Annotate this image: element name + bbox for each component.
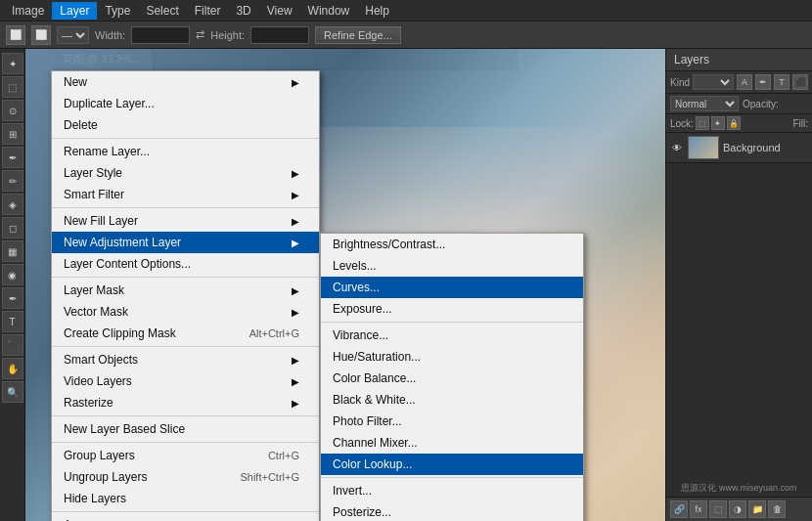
adj-invert[interactable]: Invert... [321,480,583,501]
tool-icon-1[interactable]: ⬜ [6,25,25,45]
menu-item-rasterize[interactable]: Rasterize ▶ [52,392,319,413]
arrow-icon-8: ▶ [292,355,299,366]
menu-item-video-layers[interactable]: Video Layers ▶ [52,370,319,392]
adj-posterize[interactable]: Posterize... [321,501,583,521]
adj-levels[interactable]: Levels... [321,255,583,277]
arrow-icon-7: ▶ [292,307,299,318]
adj-curves[interactable]: Curves... [321,277,583,298]
width-input[interactable] [131,26,190,44]
adj-color-balance[interactable]: Color Balance... [321,368,583,389]
layers-panel-toolbar: Kind A ✒ T ⬛ [666,71,812,94]
layer-name: Background [723,142,781,153]
adj-color-lookup[interactable]: Color Lookup... [321,454,583,475]
tool-icon-2[interactable]: ⬜ [31,25,51,45]
link-icon[interactable]: 🔗 [670,500,688,518]
mask-icon[interactable]: ⬚ [709,500,727,518]
menu-type[interactable]: Type [97,2,138,20]
menu-item-clipping-mask[interactable]: Create Clipping Mask Alt+Ctrl+G [52,323,319,344]
menu-item-new-fill-layer[interactable]: New Fill Layer ▶ [52,210,319,232]
menu-item-ungroup-layers[interactable]: Ungroup Layers Shift+Ctrl+G [52,466,319,488]
zoom-tool[interactable]: 🔍 [2,381,23,403]
panel-icon-t[interactable]: T [774,74,789,90]
menu-item-smart-objects[interactable]: Smart Objects ▶ [52,349,319,370]
menu-item-vector-mask[interactable]: Vector Mask ▶ [52,301,319,323]
menu-item-new[interactable]: New ▶ [52,71,319,93]
eyedropper-tool[interactable]: ✒ [2,147,23,168]
crop-tool[interactable]: ⊞ [2,123,23,145]
lasso-tool[interactable]: ⊙ [2,100,23,121]
arrow-icon-10: ▶ [292,398,299,409]
layer-menu-popup: New ▶ Duplicate Layer... Delete Rename L… [51,70,320,521]
lock-all-icon[interactable]: 🔒 [727,116,741,130]
menu-filter[interactable]: Filter [187,2,229,20]
menu-item-layer-content-options[interactable]: Layer Content Options... [52,253,319,275]
menu-item-new-adjustment-layer[interactable]: New Adjustment Layer ▶ [52,232,319,253]
height-input[interactable] [250,26,309,44]
move-tool[interactable]: ✦ [2,53,23,74]
menu-image[interactable]: Image [4,2,52,20]
menu-help[interactable]: Help [357,2,397,20]
menu-item-smart-filter[interactable]: Smart Filter ▶ [52,184,319,205]
panel-icon-a[interactable]: A [737,74,752,90]
adj-black-white[interactable]: Black & White... [321,389,583,411]
adj-exposure[interactable]: Exposure... [321,298,583,320]
layer-thumbnail [688,136,719,159]
select-tool[interactable]: ⬚ [2,76,23,98]
adj-channel-mixer[interactable]: Channel Mixer... [321,432,583,454]
menu-item-layer-style[interactable]: Layer Style ▶ [52,162,319,184]
eraser-tool[interactable]: ◻ [2,217,23,239]
menu-item-delete[interactable]: Delete [52,114,319,136]
gradient-tool[interactable]: ▦ [2,240,23,262]
refine-edge-button[interactable]: Refine Edge... [315,26,401,44]
eye-icon[interactable]: 👁 [670,141,684,154]
arrow-icon-6: ▶ [292,285,299,296]
adj-photo-filter[interactable]: Photo Filter... [321,411,583,432]
shape-tool[interactable]: ⬛ [2,334,23,356]
watermark-panel: 思源汉化 www.miseyuan.com [666,480,812,497]
folder-icon[interactable]: 📁 [748,500,766,518]
background-layer-item[interactable]: 👁 Background [666,133,812,163]
opacity-label: Opacity: [743,99,779,109]
height-label: Height: [210,29,245,41]
lock-move-icon[interactable]: ✦ [711,116,725,130]
adj-hue-saturation[interactable]: Hue/Saturation... [321,346,583,368]
trash-icon[interactable]: 🗑 [768,500,786,518]
layers-panel: Layers Kind A ✒ T ⬛ Normal Opacity: Lock… [665,49,812,521]
menu-item-arrange[interactable]: Arrange ▶ [52,514,319,521]
separator-6 [52,442,319,443]
text-tool[interactable]: T [2,311,23,332]
menu-item-group-layers[interactable]: Group Layers Ctrl+G [52,445,319,466]
menu-item-layer-mask[interactable]: Layer Mask ▶ [52,280,319,301]
separator-3 [52,277,319,278]
main-area: ✦ ⬚ ⊙ ⊞ ✒ ✏ ◈ ◻ ▦ ◉ ✒ T ⬛ ✋ 🔍 花图 @ 33.3%… [0,49,812,521]
menu-item-duplicate[interactable]: Duplicate Layer... [52,93,319,114]
menu-3d[interactable]: 3D [228,2,258,20]
arrow-icon: ▶ [292,77,299,88]
adjustment-icon[interactable]: ◑ [729,500,746,518]
adj-brightness-contrast[interactable]: Brightness/Contrast... [321,234,583,255]
adj-vibrance[interactable]: Vibrance... [321,325,583,346]
blur-tool[interactable]: ◉ [2,264,23,285]
menu-item-hide-layers[interactable]: Hide Layers [52,488,319,509]
panel-icon-shape[interactable]: ⬛ [792,74,808,90]
hand-tool[interactable]: ✋ [2,358,23,379]
toolbar-mode-select[interactable]: — [57,26,89,44]
menu-item-new-layer-based-slice[interactable]: New Layer Based Slice [52,418,319,440]
menu-layer[interactable]: Layer [52,2,97,20]
menu-window[interactable]: Window [300,2,358,20]
lock-pixels-icon[interactable]: ⬚ [696,116,709,130]
panel-icon-pen[interactable]: ✒ [755,74,771,90]
clone-tool[interactable]: ◈ [2,194,23,215]
menu-item-rename[interactable]: Rename Layer... [52,141,319,162]
blend-mode-select[interactable]: Normal [670,96,739,111]
fx-icon[interactable]: fx [690,500,707,518]
pen-tool[interactable]: ✒ [2,287,23,309]
kind-label: Kind [670,77,690,88]
kind-select[interactable] [693,74,734,90]
brush-tool[interactable]: ✏ [2,170,23,192]
menu-select[interactable]: Select [138,2,186,20]
layers-panel-header: Layers [666,49,812,71]
menu-view[interactable]: View [259,2,300,20]
separator-2 [52,207,319,208]
layers-lock-row: Lock: ⬚ ✦ 🔒 Fill: [666,114,812,133]
